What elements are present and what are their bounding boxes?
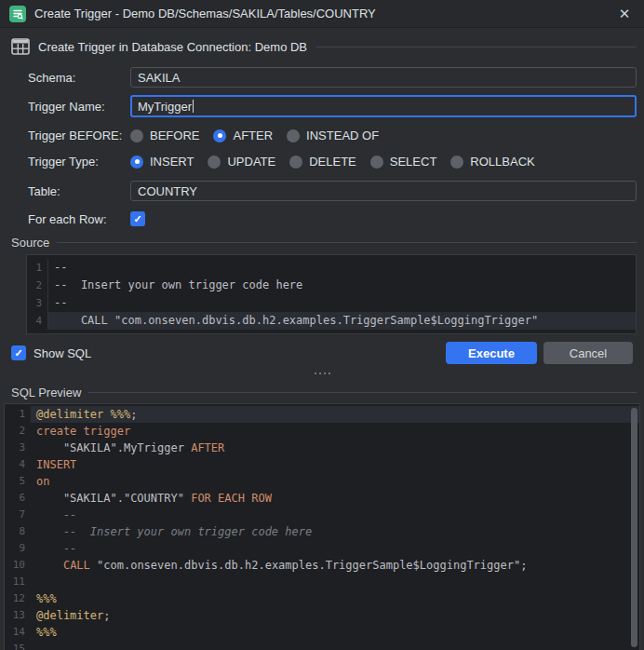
line-number: 13 bbox=[5, 607, 31, 624]
radio-option-select[interactable]: SELECT bbox=[370, 155, 437, 169]
schema-row: Schema: SAKILA bbox=[28, 67, 637, 88]
code-line: 1@delimiter %%%; bbox=[5, 406, 639, 423]
code-line: 14%%% bbox=[5, 624, 639, 641]
table-input[interactable]: COUNTRY bbox=[130, 181, 637, 201]
code-line: 12%%% bbox=[5, 590, 639, 607]
radio-option-label: AFTER bbox=[233, 129, 273, 142]
line-number: 14 bbox=[5, 624, 31, 641]
close-icon[interactable]: ✕ bbox=[614, 4, 635, 24]
code-line: 9 -- bbox=[5, 540, 639, 557]
table-label: Table: bbox=[28, 184, 130, 198]
radio-icon[interactable] bbox=[289, 156, 302, 169]
line-number: 8 bbox=[5, 523, 31, 540]
radio-icon[interactable] bbox=[370, 156, 383, 169]
code-line: 7 -- bbox=[5, 507, 639, 523]
source-section-title: Source bbox=[11, 236, 49, 250]
for-each-row-label: For each Row: bbox=[28, 212, 130, 226]
radio-option-update[interactable]: UPDATE bbox=[208, 155, 275, 169]
table-value: COUNTRY bbox=[138, 184, 197, 198]
execute-button[interactable]: Execute bbox=[446, 342, 537, 364]
code-line: 13@delimiter; bbox=[5, 607, 639, 624]
schema-input[interactable]: SAKILA bbox=[130, 67, 637, 88]
dialog-content: Create Trigger in Database Connection: D… bbox=[0, 37, 644, 650]
text-caret bbox=[193, 100, 194, 113]
line-number: 6 bbox=[5, 490, 31, 507]
line-number: 4 bbox=[27, 312, 48, 330]
code-text: "SAKILA"."COUNTRY" FOR EACH ROW bbox=[31, 490, 639, 507]
line-number: 10 bbox=[5, 557, 31, 574]
radio-option-rollback[interactable]: ROLLBACK bbox=[450, 155, 534, 169]
dialog-title: Create Trigger - Demo DB/Schemas/SAKILA/… bbox=[34, 7, 614, 20]
code-text: @delimiter %%%; bbox=[31, 406, 639, 423]
radio-icon[interactable] bbox=[450, 156, 463, 169]
code-line: 1-- bbox=[27, 259, 636, 277]
code-line: 4INSERT bbox=[5, 456, 639, 473]
line-number: 5 bbox=[5, 473, 31, 490]
radio-option-after[interactable]: AFTER bbox=[213, 129, 273, 142]
line-number: 2 bbox=[27, 277, 48, 294]
radio-option-delete[interactable]: DELETE bbox=[289, 155, 356, 169]
splitter-handle[interactable] bbox=[4, 370, 640, 376]
table-grid-icon bbox=[11, 38, 30, 55]
line-number: 3 bbox=[27, 294, 48, 312]
sql-preview-section-header: SQL Preview bbox=[11, 385, 637, 399]
sql-script-icon bbox=[9, 6, 26, 22]
for-each-row-checkbox[interactable]: ✓ bbox=[130, 211, 145, 226]
source-section-header: Source bbox=[11, 235, 637, 250]
radio-icon[interactable] bbox=[130, 156, 143, 169]
line-number: 2 bbox=[5, 423, 31, 440]
code-text: -- bbox=[31, 507, 639, 523]
code-text: "SAKILA".MyTrigger AFTER bbox=[31, 440, 639, 456]
code-text: INSERT bbox=[31, 456, 639, 473]
code-line: 4 CALL "com.onseven.dbvis.db.h2.examples… bbox=[27, 312, 636, 330]
radio-option-label: DELETE bbox=[309, 155, 356, 169]
show-sql-option[interactable]: ✓ Show SQL bbox=[11, 345, 91, 360]
code-text: %%% bbox=[31, 624, 639, 641]
line-number: 4 bbox=[5, 456, 31, 473]
source-code-editor[interactable]: 1--2-- Insert your own trigger code here… bbox=[26, 254, 637, 334]
radio-option-insert[interactable]: INSERT bbox=[130, 155, 194, 169]
group-header: Create Trigger in Database Connection: D… bbox=[11, 37, 637, 56]
radio-option-label: ROLLBACK bbox=[470, 155, 534, 169]
radio-icon[interactable] bbox=[287, 129, 300, 142]
trigger-type-row: Trigger Type: INSERTUPDATEDELETESELECTRO… bbox=[28, 155, 637, 169]
action-bar: ✓ Show SQL Execute Cancel bbox=[11, 342, 633, 364]
for-each-row-row: For each Row: ✓ bbox=[28, 211, 637, 226]
radio-option-instead-of[interactable]: INSTEAD OF bbox=[287, 129, 379, 142]
code-line: 3-- bbox=[27, 294, 636, 312]
sql-preview-scrollbar[interactable] bbox=[630, 406, 637, 650]
trigger-name-input[interactable]: MyTrigger bbox=[130, 95, 637, 117]
line-number: 12 bbox=[5, 590, 31, 607]
trigger-type-label: Trigger Type: bbox=[28, 155, 130, 169]
show-sql-checkbox[interactable]: ✓ bbox=[11, 345, 26, 360]
schema-value: SAKILA bbox=[138, 71, 181, 85]
trigger-before-label: Trigger BEFORE: bbox=[28, 129, 130, 142]
radio-option-label: SELECT bbox=[390, 155, 437, 169]
radio-icon[interactable] bbox=[130, 129, 143, 142]
trigger-name-value: MyTrigger bbox=[138, 100, 192, 114]
source-section-rule bbox=[57, 242, 637, 243]
trigger-name-label: Trigger Name: bbox=[28, 100, 130, 114]
schema-label: Schema: bbox=[28, 71, 130, 85]
cancel-button[interactable]: Cancel bbox=[543, 342, 633, 364]
radio-option-before[interactable]: BEFORE bbox=[130, 129, 199, 142]
radio-option-label: INSTEAD OF bbox=[306, 129, 379, 142]
code-line: 6 "SAKILA"."COUNTRY" FOR EACH ROW bbox=[5, 490, 639, 507]
code-line: 2-- Insert your own trigger code here bbox=[27, 277, 636, 294]
radio-icon[interactable] bbox=[213, 129, 226, 142]
code-text: -- Insert your own trigger code here bbox=[31, 523, 639, 540]
trigger-name-row: Trigger Name: MyTrigger bbox=[28, 95, 637, 117]
radio-icon[interactable] bbox=[208, 156, 221, 169]
code-line: 3 "SAKILA".MyTrigger AFTER bbox=[5, 440, 639, 456]
sql-preview-editor[interactable]: 1@delimiter %%%;2create trigger3 "SAKILA… bbox=[4, 403, 640, 650]
radio-option-label: UPDATE bbox=[227, 155, 275, 169]
scrollbar-thumb[interactable] bbox=[631, 408, 637, 647]
radio-option-label: INSERT bbox=[150, 155, 194, 169]
show-sql-label: Show SQL bbox=[34, 346, 91, 360]
sql-preview-section-title: SQL Preview bbox=[11, 386, 81, 399]
code-text: -- bbox=[48, 259, 636, 277]
code-line: 10 CALL "com.onseven.dbvis.db.h2.example… bbox=[5, 557, 639, 574]
trigger-before-row: Trigger BEFORE: BEFOREAFTERINSTEAD OF bbox=[28, 129, 637, 142]
trigger-before-group: BEFOREAFTERINSTEAD OF bbox=[130, 129, 379, 142]
line-number: 1 bbox=[5, 406, 31, 423]
